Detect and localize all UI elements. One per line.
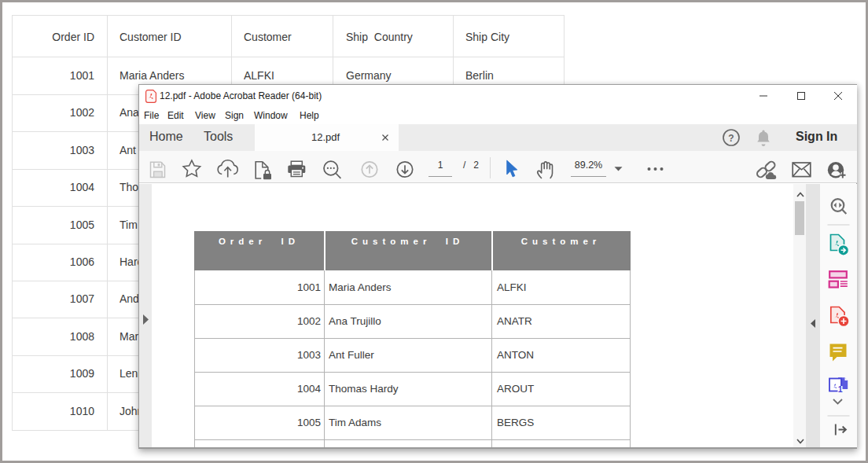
svg-text:?: ? <box>728 133 734 144</box>
svg-text:1: 1 <box>838 384 843 394</box>
